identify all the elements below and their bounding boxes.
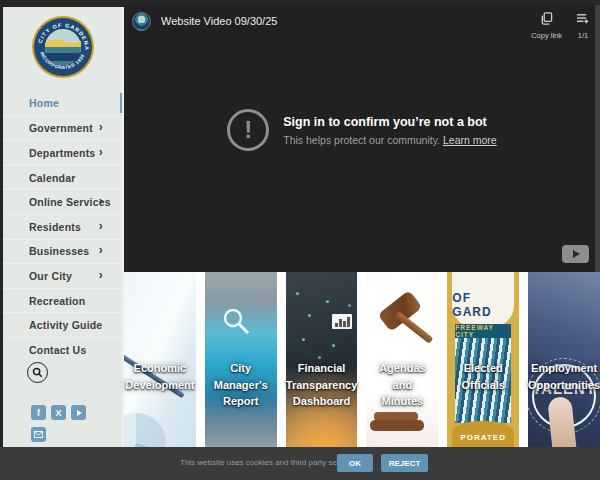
sidebar-item-label: Our City — [29, 270, 72, 282]
email-icon — [34, 431, 43, 438]
cookie-banner: This website uses cookies and third part… — [0, 447, 600, 480]
sidebar-item-label: Home — [29, 97, 59, 109]
social-links: f X — [31, 405, 86, 420]
sidebar-item-label: Businesses — [29, 245, 89, 257]
pie-chart-graphic — [124, 413, 166, 447]
youtube-icon — [77, 410, 82, 416]
chart-thumbnail-graphic — [332, 314, 352, 329]
talent-background-text: TALENT — [532, 380, 596, 397]
sidebar-item-home[interactable]: Home — [3, 91, 123, 116]
chevron-right-icon: › — [99, 219, 103, 233]
playlist-icon — [576, 12, 590, 25]
video-title[interactable]: Website Video 09/30/25 — [161, 15, 277, 27]
seal-city-mosaic — [455, 338, 511, 423]
card-financial-transparency-dashboard[interactable]: Financial Transparency Dashboard — [286, 272, 358, 447]
sidebar-item-departments[interactable]: Departments › — [3, 140, 123, 165]
video-scrollbar[interactable] — [595, 5, 600, 272]
chevron-right-icon: › — [99, 243, 103, 257]
seal-bottom-text: PORATED — [460, 433, 506, 442]
sidebar-item-label: Calendar — [29, 172, 76, 184]
sidebar-item-recreation[interactable]: Recreation — [3, 288, 123, 313]
sidebar-item-label: Contact Us — [29, 344, 86, 356]
signin-body: This helps protect our community. — [283, 134, 440, 146]
sidebar-item-government[interactable]: Government › — [3, 116, 123, 141]
video-header: Website Video 09/30/25 — [124, 5, 600, 39]
sidebar: CITY OF GARDENA INCORPORATED 1930 Home G… — [3, 7, 123, 447]
playlist-button[interactable]: 1/1 — [576, 11, 590, 40]
sidebar-menu: Home Government › Departments › Calendar… — [3, 91, 123, 362]
alert-circle-icon: ! — [227, 109, 269, 151]
sidebar-item-online-services[interactable]: Online Services › — [3, 189, 123, 214]
city-managers-report-image — [205, 272, 277, 447]
card-elected-officials[interactable]: OF GARD FREEWAY CITY PORATED Elected Off… — [447, 272, 519, 447]
cookie-message: This website uses cookies and third part… — [180, 458, 360, 467]
quick-links-row: Economic Development City Manager's Repo… — [124, 272, 600, 447]
chevron-right-icon: › — [99, 120, 103, 134]
cookie-ok-button[interactable]: OK — [337, 454, 373, 472]
search-icon — [32, 367, 43, 378]
seal-mid-text: FREEWAY CITY — [455, 324, 511, 338]
playlist-index-label: 1/1 — [576, 31, 590, 40]
youtube-logo-button[interactable] — [562, 245, 589, 263]
youtube-play-icon — [573, 250, 580, 258]
financial-transparency-image — [286, 272, 358, 447]
copy-icon — [540, 12, 553, 25]
sidebar-item-activity-guide[interactable]: Activity Guide — [3, 312, 123, 337]
sidebar-item-residents[interactable]: Residents › — [3, 214, 123, 239]
sidebar-item-label: Recreation — [29, 295, 85, 307]
email-button[interactable] — [31, 427, 46, 442]
copy-link-button[interactable]: Copy link — [531, 11, 562, 40]
chevron-right-icon: › — [99, 145, 103, 159]
city-of-gardena-seal-logo: CITY OF GARDENA INCORPORATED 1930 — [31, 15, 95, 79]
sidebar-item-label: Government — [29, 122, 93, 134]
economic-development-image — [124, 272, 196, 447]
signin-notice-text: Sign in to confirm you’re not a bot This… — [283, 115, 496, 146]
signin-notice: ! Sign in to confirm you’re not a bot Th… — [124, 109, 600, 151]
cookie-reject-button[interactable]: REJECT — [381, 454, 428, 472]
alert-glyph: ! — [244, 116, 252, 144]
card-city-managers-report[interactable]: City Manager's Report — [205, 272, 277, 447]
card-employment-opportunities[interactable]: TALENT Employment Opportunities — [528, 272, 600, 447]
video-player[interactable]: Website Video 09/30/25 Copy link 1/1 ! S… — [124, 5, 600, 272]
chevron-right-icon: › — [99, 194, 103, 208]
social-links-row2 — [31, 427, 46, 442]
youtube-button[interactable] — [71, 405, 86, 420]
learn-more-link[interactable]: Learn more — [443, 134, 497, 146]
sidebar-item-label: Residents — [29, 221, 81, 233]
x-twitter-icon: X — [55, 408, 61, 418]
sidebar-item-calendar[interactable]: Calendar — [3, 165, 123, 190]
chevron-right-icon: › — [99, 268, 103, 282]
seal-top-text: OF GARD — [452, 291, 514, 319]
sidebar-item-label: Activity Guide — [29, 319, 102, 331]
employment-opportunities-image: TALENT — [528, 272, 600, 447]
facebook-button[interactable]: f — [31, 405, 46, 420]
network-dots-graphic — [296, 292, 299, 295]
channel-avatar[interactable] — [132, 12, 151, 31]
search-button[interactable] — [27, 362, 48, 383]
agendas-minutes-image — [366, 272, 438, 447]
card-agendas-and-minutes[interactable]: Agendas and Minutes — [366, 272, 438, 447]
sidebar-item-contact-us[interactable]: Contact Us — [3, 337, 123, 362]
elected-officials-seal-image: OF GARD FREEWAY CITY PORATED — [447, 272, 519, 447]
pen-graphic — [124, 351, 185, 399]
signin-title: Sign in to confirm you’re not a bot — [283, 115, 496, 129]
card-economic-development[interactable]: Economic Development — [124, 272, 196, 447]
sidebar-item-businesses[interactable]: Businesses › — [3, 239, 123, 264]
sidebar-item-our-city[interactable]: Our City › — [3, 263, 123, 288]
copy-link-label: Copy link — [531, 31, 562, 40]
facebook-icon: f — [37, 408, 40, 418]
magnifier-graphic — [221, 306, 251, 336]
sidebar-item-label: Departments — [29, 147, 95, 159]
x-twitter-button[interactable]: X — [51, 405, 66, 420]
